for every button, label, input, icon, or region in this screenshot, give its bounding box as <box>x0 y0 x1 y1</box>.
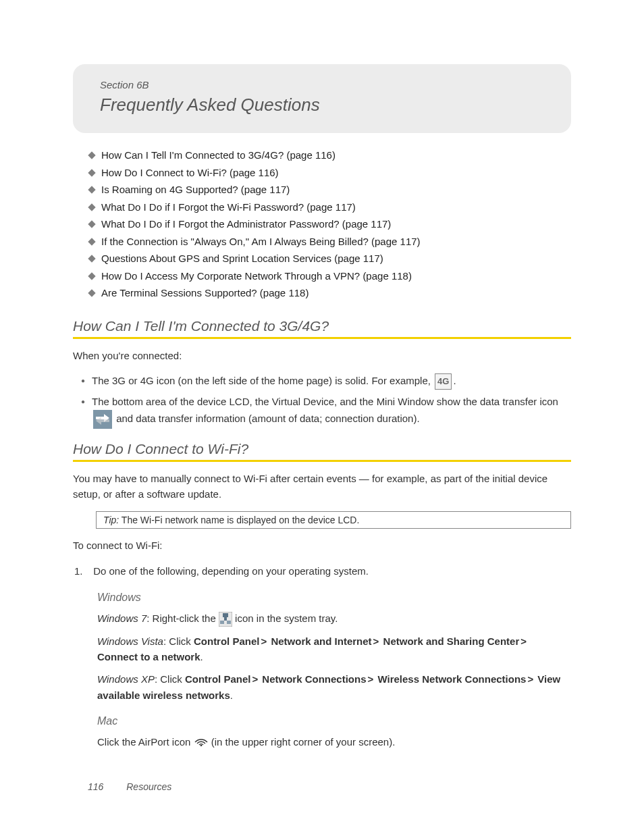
breadcrumb-separator-icon: > <box>368 673 374 685</box>
toc-item[interactable]: What Do I Do if I Forgot the Administrat… <box>89 215 571 233</box>
tip-label: Tip: <box>103 515 119 525</box>
list-item: 1. Do one of the following, depending on… <box>74 563 571 579</box>
os-name: Windows 7 <box>97 613 146 624</box>
header-box: Section 6B Frequently Asked Questions <box>73 64 571 133</box>
toc-link-text: Is Roaming on 4G Supported? (page 117) <box>101 184 290 195</box>
text-tail: icon in the system tray. <box>235 613 338 624</box>
os-name: Windows XP <box>97 673 155 685</box>
os-heading-mac: Mac <box>97 715 571 727</box>
diamond-bullet-icon <box>88 272 95 280</box>
toc-item[interactable]: Is Roaming on 4G Supported? (page 117) <box>89 181 571 199</box>
instruction-xp: Windows XP: Click Control Panel> Network… <box>97 671 571 703</box>
toc-item[interactable]: If the Connection is "Always On," Am I A… <box>89 233 571 251</box>
nav-step: Network and Internet <box>271 635 371 647</box>
instruction-mac: Click the AirPort icon (in the upper rig… <box>97 734 571 751</box>
data-transfer-icon <box>93 410 112 429</box>
diamond-bullet-icon <box>88 289 95 296</box>
svg-point-6 <box>200 745 202 746</box>
tip-text: The Wi-Fi network name is displayed on t… <box>119 515 359 525</box>
diamond-bullet-icon <box>88 203 95 211</box>
toc-link-text: What Do I Do if I Forgot the Wi-Fi Passw… <box>101 201 356 213</box>
os-heading-windows: Windows <box>97 592 571 604</box>
intro-text: When you're connected: <box>73 348 571 364</box>
toc-item[interactable]: How Do I Access My Corporate Network Thr… <box>89 267 571 285</box>
diamond-bullet-icon <box>88 238 95 245</box>
bullet-text: The bottom area of the device LCD, the V… <box>92 396 558 407</box>
svg-rect-5 <box>227 621 231 624</box>
list-item: The bottom area of the device LCD, the V… <box>81 394 571 429</box>
instruction-win7: Windows 7: Right-click the icon in the s… <box>97 610 571 627</box>
network-tray-icon <box>219 612 232 627</box>
toc-item[interactable]: Are Terminal Sessions Supported? (page 1… <box>89 284 571 302</box>
bullet-text: The 3G or 4G icon (on the left side of t… <box>92 375 433 386</box>
paragraph: You may have to manually connect to Wi-F… <box>73 471 571 502</box>
list-item: The 3G or 4G icon (on the left side of t… <box>81 373 571 390</box>
nav-step: Control Panel <box>194 635 260 647</box>
toc-item[interactable]: How Do I Connect to Wi-Fi? (page 116) <box>89 164 571 182</box>
nav-step: Wireless Network Connections <box>377 673 526 685</box>
nav-step: Network and Sharing Center <box>383 635 520 647</box>
toc-item[interactable]: What Do I Do if I Forgot the Wi-Fi Passw… <box>89 199 571 216</box>
table-of-contents: How Can I Tell I'm Connected to 3G/4G? (… <box>89 147 571 302</box>
diamond-bullet-icon <box>88 255 95 262</box>
page-title: Frequently Asked Questions <box>100 95 549 115</box>
instruction-vista: Windows Vista: Click Control Panel> Netw… <box>97 633 571 665</box>
breadcrumb-separator-icon: > <box>261 635 267 647</box>
toc-link-text: If the Connection is "Always On," Am I A… <box>101 236 421 247</box>
diamond-bullet-icon <box>88 151 95 159</box>
ordered-list: 1. Do one of the following, depending on… <box>73 563 571 579</box>
text: Click the AirPort icon <box>97 736 194 748</box>
toc-link-text: What Do I Do if I Forgot the Administrat… <box>101 218 391 230</box>
toc-link-text: How Can I Tell I'm Connected to 3G/4G? (… <box>101 149 336 161</box>
diamond-bullet-icon <box>88 186 95 193</box>
paragraph: To connect to Wi-Fi: <box>73 538 571 554</box>
os-name: Windows Vista <box>97 635 163 647</box>
toc-link-text: How Do I Connect to Wi-Fi? (page 116) <box>101 167 279 178</box>
text: : Right-click the <box>146 613 219 624</box>
toc-item[interactable]: Questions About GPS and Sprint Location … <box>89 250 571 267</box>
nav-step: Connect to a network <box>97 651 200 662</box>
page-footer: 116 Resources <box>88 781 171 792</box>
bullet-text-tail: . <box>453 375 456 386</box>
toc-link-text: Questions About GPS and Sprint Location … <box>101 253 383 264</box>
airport-icon <box>194 735 209 750</box>
toc-item[interactable]: How Can I Tell I'm Connected to 3G/4G? (… <box>89 147 571 164</box>
section-heading-3g4g: How Can I Tell I'm Connected to 3G/4G? <box>73 318 571 339</box>
diamond-bullet-icon <box>88 220 95 228</box>
bullet-text-tail: and data transfer information (amount of… <box>116 413 419 424</box>
step-text: Do one of the following, depending on yo… <box>93 565 369 577</box>
toc-link-text: Are Terminal Sessions Supported? (page 1… <box>101 287 308 298</box>
breadcrumb-separator-icon: > <box>520 635 527 647</box>
breadcrumb-separator-icon: > <box>527 673 533 685</box>
diamond-bullet-icon <box>88 169 95 176</box>
4g-icon: 4G <box>435 373 452 390</box>
tip-box: Tip: The Wi-Fi network name is displayed… <box>96 511 571 529</box>
nav-step: Control Panel <box>185 673 251 685</box>
page-number: 116 <box>88 781 103 792</box>
bullet-list: The 3G or 4G icon (on the left side of t… <box>81 373 571 429</box>
breadcrumb-separator-icon: > <box>373 635 379 647</box>
svg-rect-2 <box>223 613 228 617</box>
breadcrumb-separator-icon: > <box>252 673 258 685</box>
text: : Click <box>155 673 185 685</box>
step-number: 1. <box>74 563 90 579</box>
chapter-name: Resources <box>126 781 171 792</box>
section-heading-wifi: How Do I Connect to Wi-Fi? <box>73 441 571 462</box>
section-label: Section 6B <box>100 79 549 90</box>
text-tail: (in the upper right corner of your scree… <box>211 736 396 748</box>
toc-link-text: How Do I Access My Corporate Network Thr… <box>101 270 412 282</box>
text: : Click <box>163 635 194 647</box>
nav-step: Network Connections <box>262 673 366 685</box>
svg-rect-4 <box>220 621 224 624</box>
svg-rect-3 <box>224 617 227 621</box>
